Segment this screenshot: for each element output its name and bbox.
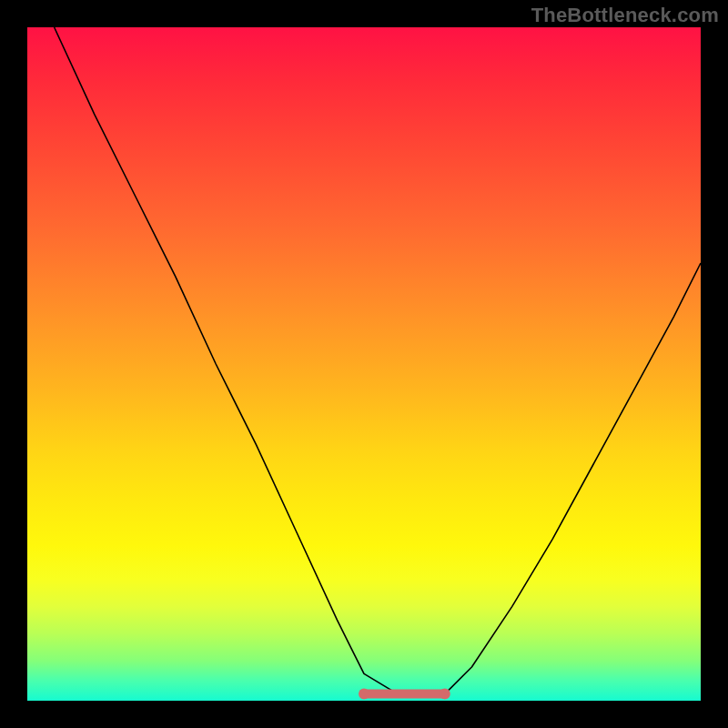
optimal-region-endpoint-left	[359, 689, 369, 700]
optimal-region-endpoint-right	[440, 689, 450, 700]
plot-area	[27, 27, 701, 701]
watermark-text: TheBottleneck.com	[531, 4, 719, 27]
chart-overlay	[27, 27, 701, 701]
chart-frame: TheBottleneck.com	[0, 0, 728, 728]
bottleneck-curve-line	[55, 27, 701, 697]
